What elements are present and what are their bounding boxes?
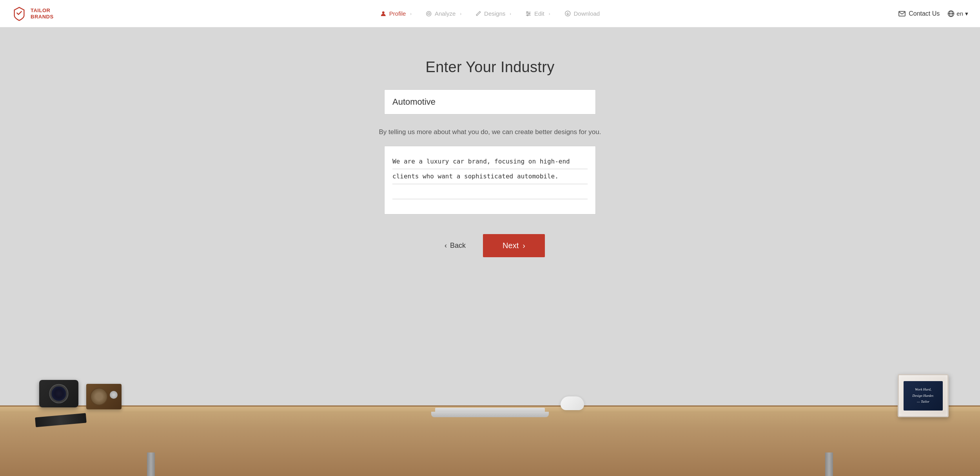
nav-item-designs[interactable]: Designs ›	[468, 10, 518, 17]
nav-chevron-designs: ›	[510, 11, 511, 16]
industry-input-wrapper	[384, 89, 596, 114]
lang-chevron-icon: ▾	[965, 10, 968, 17]
header: TAILOR BRANDS Profile › Analyze › Design…	[0, 0, 980, 27]
nav-chevron-analyze: ›	[460, 11, 461, 16]
nav-label-download: Download	[573, 10, 600, 17]
svg-rect-12	[899, 11, 905, 16]
next-label: Next	[503, 241, 519, 250]
top-nav: Profile › Analyze › Designs › Edit ›	[373, 10, 607, 17]
svg-point-0	[382, 11, 385, 14]
person-icon	[380, 11, 387, 17]
back-label: Back	[450, 242, 466, 250]
main-content: Enter Your Industry By telling us more a…	[0, 27, 980, 476]
pencil-icon	[475, 11, 481, 16]
nav-label-analyze: Analyze	[435, 10, 456, 17]
lang-selector[interactable]: en ▾	[947, 10, 968, 17]
business-description-wrapper: We are a luxury car brand, focusing on h…	[384, 146, 596, 214]
header-right: Contact Us en ▾	[898, 10, 968, 17]
lang-label: en	[956, 10, 963, 17]
logo-text: TAILOR BRANDS	[31, 7, 54, 20]
nav-chevron-profile: ›	[410, 11, 412, 16]
description-text: By telling us more about what you do, we…	[379, 128, 601, 136]
back-chevron-icon: ‹	[445, 242, 447, 250]
next-button[interactable]: Next ›	[483, 234, 545, 257]
svg-point-7	[526, 11, 528, 13]
nav-label-profile: Profile	[389, 10, 406, 17]
globe-icon	[947, 10, 955, 17]
back-button[interactable]: ‹ Back	[435, 236, 475, 255]
nav-label-designs: Designs	[484, 10, 505, 17]
svg-line-3	[476, 15, 477, 16]
page-title: Enter Your Industry	[426, 59, 555, 76]
logo-icon	[12, 6, 27, 21]
nav-label-edit: Edit	[534, 10, 544, 17]
nav-item-analyze[interactable]: Analyze ›	[419, 10, 468, 17]
svg-point-9	[527, 15, 528, 16]
nav-buttons: ‹ Back Next ›	[435, 234, 545, 257]
envelope-icon	[898, 11, 906, 16]
nav-item-profile[interactable]: Profile ›	[373, 10, 419, 17]
industry-input[interactable]	[392, 97, 588, 107]
contact-us-link[interactable]: Contact Us	[898, 10, 940, 17]
nav-item-download[interactable]: Download	[557, 10, 607, 17]
svg-point-8	[528, 13, 530, 14]
nav-item-edit[interactable]: Edit ›	[518, 10, 557, 17]
svg-point-1	[426, 11, 431, 16]
contact-us-label: Contact Us	[909, 10, 940, 17]
analyze-icon	[426, 11, 432, 17]
logo[interactable]: TAILOR BRANDS	[12, 6, 54, 21]
sliders-icon	[525, 11, 532, 17]
next-chevron-icon: ›	[523, 241, 525, 250]
download-icon	[564, 10, 571, 17]
nav-chevron-edit: ›	[549, 11, 550, 16]
business-description-textarea[interactable]: We are a luxury car brand, focusing on h…	[392, 154, 588, 205]
